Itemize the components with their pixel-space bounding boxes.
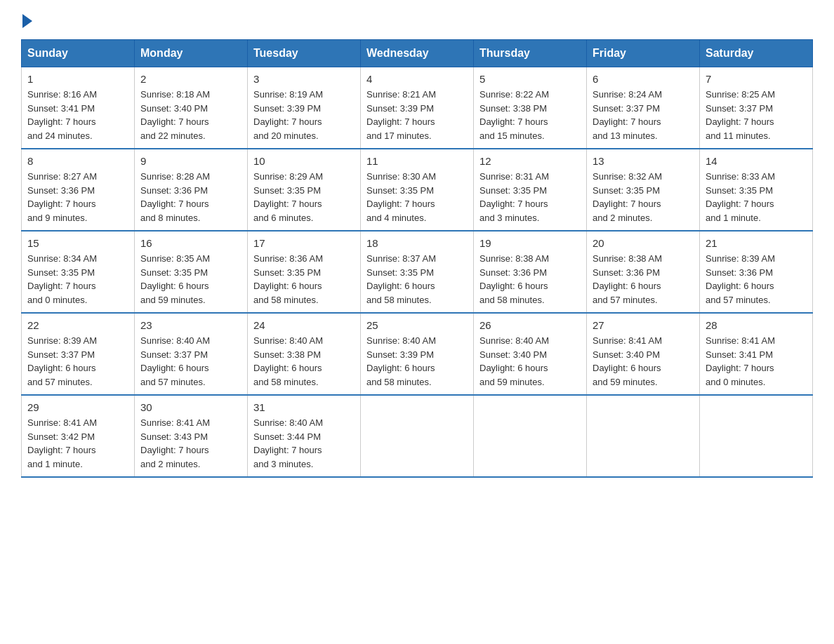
day-info: Sunrise: 8:40 AM Sunset: 3:40 PM Dayligh… xyxy=(479,334,581,389)
day-info: Sunrise: 8:18 AM Sunset: 3:40 PM Dayligh… xyxy=(140,88,241,142)
day-number: 14 xyxy=(706,155,807,167)
page-header xyxy=(21,14,813,25)
day-info: Sunrise: 8:27 AM Sunset: 3:36 PM Dayligh… xyxy=(27,170,128,224)
day-number: 22 xyxy=(27,319,128,331)
calendar-cell: 11 Sunrise: 8:30 AM Sunset: 3:35 PM Dayl… xyxy=(361,149,474,231)
day-number: 11 xyxy=(366,155,468,167)
calendar-cell: 21 Sunrise: 8:39 AM Sunset: 3:36 PM Dayl… xyxy=(700,231,813,313)
day-number: 1 xyxy=(27,73,128,85)
calendar-cell: 26 Sunrise: 8:40 AM Sunset: 3:40 PM Dayl… xyxy=(474,313,587,395)
day-info: Sunrise: 8:24 AM Sunset: 3:37 PM Dayligh… xyxy=(593,88,694,142)
day-number: 27 xyxy=(593,319,694,331)
calendar-cell: 7 Sunrise: 8:25 AM Sunset: 3:37 PM Dayli… xyxy=(700,67,813,149)
weekday-sunday: Sunday xyxy=(22,40,135,67)
weekday-tuesday: Tuesday xyxy=(248,40,361,67)
day-number: 21 xyxy=(706,237,807,249)
day-number: 20 xyxy=(593,237,694,249)
day-number: 29 xyxy=(27,401,128,413)
day-number: 23 xyxy=(140,319,241,331)
calendar-cell: 30 Sunrise: 8:41 AM Sunset: 3:43 PM Dayl… xyxy=(135,395,248,477)
calendar-header: SundayMondayTuesdayWednesdayThursdayFrid… xyxy=(22,40,813,67)
day-info: Sunrise: 8:21 AM Sunset: 3:39 PM Dayligh… xyxy=(366,88,468,142)
calendar-cell: 9 Sunrise: 8:28 AM Sunset: 3:36 PM Dayli… xyxy=(135,149,248,231)
day-info: Sunrise: 8:40 AM Sunset: 3:38 PM Dayligh… xyxy=(253,334,355,389)
day-number: 26 xyxy=(479,319,581,331)
day-info: Sunrise: 8:28 AM Sunset: 3:36 PM Dayligh… xyxy=(140,170,241,224)
calendar-cell: 1 Sunrise: 8:16 AM Sunset: 3:41 PM Dayli… xyxy=(22,67,135,149)
day-number: 3 xyxy=(253,73,355,85)
day-info: Sunrise: 8:40 AM Sunset: 3:39 PM Dayligh… xyxy=(366,334,468,389)
day-info: Sunrise: 8:16 AM Sunset: 3:41 PM Dayligh… xyxy=(27,88,128,142)
logo-arrow-icon xyxy=(22,14,32,28)
calendar-cell: 15 Sunrise: 8:34 AM Sunset: 3:35 PM Dayl… xyxy=(22,231,135,313)
day-number: 24 xyxy=(253,319,355,331)
day-number: 5 xyxy=(479,73,581,85)
calendar-cell: 24 Sunrise: 8:40 AM Sunset: 3:38 PM Dayl… xyxy=(248,313,361,395)
calendar-cell: 23 Sunrise: 8:40 AM Sunset: 3:37 PM Dayl… xyxy=(135,313,248,395)
day-number: 10 xyxy=(253,155,355,167)
calendar-cell: 13 Sunrise: 8:32 AM Sunset: 3:35 PM Dayl… xyxy=(587,149,700,231)
day-info: Sunrise: 8:41 AM Sunset: 3:40 PM Dayligh… xyxy=(593,334,694,389)
day-info: Sunrise: 8:38 AM Sunset: 3:36 PM Dayligh… xyxy=(593,252,694,307)
day-info: Sunrise: 8:39 AM Sunset: 3:37 PM Dayligh… xyxy=(27,334,128,389)
day-info: Sunrise: 8:22 AM Sunset: 3:38 PM Dayligh… xyxy=(479,88,581,142)
day-info: Sunrise: 8:32 AM Sunset: 3:35 PM Dayligh… xyxy=(593,170,694,224)
day-info: Sunrise: 8:36 AM Sunset: 3:35 PM Dayligh… xyxy=(253,252,355,307)
calendar-cell: 20 Sunrise: 8:38 AM Sunset: 3:36 PM Dayl… xyxy=(587,231,700,313)
day-number: 31 xyxy=(253,401,355,413)
day-number: 12 xyxy=(479,155,581,167)
week-row-4: 22 Sunrise: 8:39 AM Sunset: 3:37 PM Dayl… xyxy=(22,313,813,395)
day-info: Sunrise: 8:41 AM Sunset: 3:41 PM Dayligh… xyxy=(706,334,807,389)
weekday-monday: Monday xyxy=(135,40,248,67)
day-number: 17 xyxy=(253,237,355,249)
calendar-cell xyxy=(587,395,700,477)
day-number: 8 xyxy=(27,155,128,167)
calendar-cell xyxy=(700,395,813,477)
calendar-cell: 25 Sunrise: 8:40 AM Sunset: 3:39 PM Dayl… xyxy=(361,313,474,395)
week-row-5: 29 Sunrise: 8:41 AM Sunset: 3:42 PM Dayl… xyxy=(22,395,813,477)
calendar-cell: 12 Sunrise: 8:31 AM Sunset: 3:35 PM Dayl… xyxy=(474,149,587,231)
weekday-wednesday: Wednesday xyxy=(361,40,474,67)
calendar-body: 1 Sunrise: 8:16 AM Sunset: 3:41 PM Dayli… xyxy=(22,67,813,478)
calendar-cell: 22 Sunrise: 8:39 AM Sunset: 3:37 PM Dayl… xyxy=(22,313,135,395)
day-info: Sunrise: 8:41 AM Sunset: 3:42 PM Dayligh… xyxy=(27,416,128,471)
day-number: 7 xyxy=(706,73,807,85)
day-number: 28 xyxy=(706,319,807,331)
calendar-cell: 28 Sunrise: 8:41 AM Sunset: 3:41 PM Dayl… xyxy=(700,313,813,395)
day-number: 19 xyxy=(479,237,581,249)
calendar-cell: 27 Sunrise: 8:41 AM Sunset: 3:40 PM Dayl… xyxy=(587,313,700,395)
day-info: Sunrise: 8:35 AM Sunset: 3:35 PM Dayligh… xyxy=(140,252,241,307)
day-number: 30 xyxy=(140,401,241,413)
day-info: Sunrise: 8:29 AM Sunset: 3:35 PM Dayligh… xyxy=(253,170,355,224)
week-row-3: 15 Sunrise: 8:34 AM Sunset: 3:35 PM Dayl… xyxy=(22,231,813,313)
calendar-cell: 4 Sunrise: 8:21 AM Sunset: 3:39 PM Dayli… xyxy=(361,67,474,149)
calendar-cell xyxy=(361,395,474,477)
day-info: Sunrise: 8:34 AM Sunset: 3:35 PM Dayligh… xyxy=(27,252,128,307)
weekday-thursday: Thursday xyxy=(474,40,587,67)
day-info: Sunrise: 8:31 AM Sunset: 3:35 PM Dayligh… xyxy=(479,170,581,224)
calendar-cell xyxy=(474,395,587,477)
week-row-1: 1 Sunrise: 8:16 AM Sunset: 3:41 PM Dayli… xyxy=(22,67,813,149)
day-info: Sunrise: 8:30 AM Sunset: 3:35 PM Dayligh… xyxy=(366,170,468,224)
day-number: 4 xyxy=(366,73,468,85)
calendar-cell: 2 Sunrise: 8:18 AM Sunset: 3:40 PM Dayli… xyxy=(135,67,248,149)
day-number: 25 xyxy=(366,319,468,331)
day-number: 9 xyxy=(140,155,241,167)
calendar-cell: 16 Sunrise: 8:35 AM Sunset: 3:35 PM Dayl… xyxy=(135,231,248,313)
calendar-cell: 5 Sunrise: 8:22 AM Sunset: 3:38 PM Dayli… xyxy=(474,67,587,149)
calendar-cell: 17 Sunrise: 8:36 AM Sunset: 3:35 PM Dayl… xyxy=(248,231,361,313)
day-info: Sunrise: 8:19 AM Sunset: 3:39 PM Dayligh… xyxy=(253,88,355,142)
day-number: 15 xyxy=(27,237,128,249)
day-number: 13 xyxy=(593,155,694,167)
day-number: 2 xyxy=(140,73,241,85)
calendar-cell: 18 Sunrise: 8:37 AM Sunset: 3:35 PM Dayl… xyxy=(361,231,474,313)
day-info: Sunrise: 8:40 AM Sunset: 3:37 PM Dayligh… xyxy=(140,334,241,389)
weekday-friday: Friday xyxy=(587,40,700,67)
day-info: Sunrise: 8:25 AM Sunset: 3:37 PM Dayligh… xyxy=(706,88,807,142)
weekday-saturday: Saturday xyxy=(700,40,813,67)
day-number: 6 xyxy=(593,73,694,85)
day-info: Sunrise: 8:40 AM Sunset: 3:44 PM Dayligh… xyxy=(253,416,355,471)
calendar-cell: 31 Sunrise: 8:40 AM Sunset: 3:44 PM Dayl… xyxy=(248,395,361,477)
day-info: Sunrise: 8:41 AM Sunset: 3:43 PM Dayligh… xyxy=(140,416,241,471)
calendar-cell: 19 Sunrise: 8:38 AM Sunset: 3:36 PM Dayl… xyxy=(474,231,587,313)
